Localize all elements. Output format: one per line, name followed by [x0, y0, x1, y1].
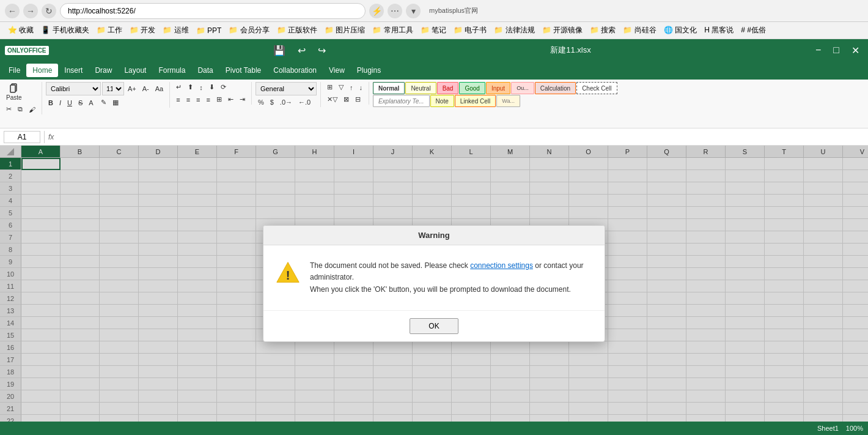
bookmark-img[interactable]: 📁 图片压缩: [322, 24, 368, 37]
font-size-increase[interactable]: A+: [125, 84, 139, 94]
text-direction-button[interactable]: ⟳: [218, 82, 229, 92]
font-size-decrease[interactable]: A-: [140, 84, 152, 94]
formula-input[interactable]: [56, 132, 864, 143]
paste-button[interactable]: Paste: [4, 82, 24, 102]
strikethrough-button[interactable]: S: [76, 98, 85, 108]
table-format-button[interactable]: ⊟: [353, 94, 363, 105]
bookmark-star[interactable]: ⭐ 收藏: [5, 24, 37, 37]
merge-button[interactable]: ⊞: [214, 94, 224, 105]
wrap-text-button[interactable]: ↵: [174, 82, 184, 92]
bookmark-tools[interactable]: 📁 常用工具: [369, 24, 416, 37]
input-style-btn[interactable]: Input: [486, 82, 510, 94]
menu-view[interactable]: View: [323, 64, 351, 77]
clear-filter-button[interactable]: ✕▽: [325, 94, 340, 105]
close-button[interactable]: ✕: [848, 43, 863, 58]
menu-layout[interactable]: Layout: [118, 64, 152, 77]
font-color-button[interactable]: A: [86, 98, 97, 108]
bookmark-search[interactable]: 📁 搜索: [587, 24, 619, 37]
underline-button[interactable]: U: [65, 98, 75, 108]
filter-button[interactable]: ▽: [336, 82, 346, 92]
url-bar[interactable]: [60, 3, 366, 19]
align-center-button[interactable]: ≡: [184, 95, 193, 105]
menu-insert[interactable]: Insert: [58, 64, 89, 77]
connection-settings-link[interactable]: connection settings: [470, 261, 533, 270]
border-button[interactable]: ▦: [110, 97, 121, 108]
bold-button[interactable]: B: [46, 98, 56, 108]
sort-desc-button[interactable]: ↓: [356, 83, 365, 92]
bookmark-guowen[interactable]: 🌐 国文化: [661, 24, 700, 37]
neutral-style-btn[interactable]: Neutral: [405, 82, 436, 94]
align-bottom-button[interactable]: ⬇: [207, 82, 217, 92]
bookmark-software[interactable]: 📁 正版软件: [274, 24, 320, 37]
dialog-ok-button[interactable]: OK: [410, 318, 458, 334]
decimal-increase[interactable]: .0→: [278, 97, 295, 107]
conditional-format-button[interactable]: ⊠: [341, 94, 351, 105]
highlight-button[interactable]: ✎: [98, 97, 109, 108]
normal-style-btn[interactable]: Normal: [373, 82, 405, 94]
currency-button[interactable]: $: [268, 97, 276, 107]
menu-file[interactable]: File: [2, 64, 26, 77]
bookmark-ppt[interactable]: 📁 PPT: [193, 25, 225, 36]
check-cell-style-btn[interactable]: Check Cell: [576, 82, 617, 94]
menu-formula[interactable]: Formula: [152, 64, 191, 77]
number-format-select[interactable]: General Number Currency Date Text: [256, 82, 317, 95]
bookmark-law[interactable]: 📁 法律法规: [491, 24, 537, 37]
bookmark-atguigu[interactable]: 📁 尚硅谷: [620, 24, 659, 37]
menu-collab[interactable]: Collaboration: [267, 64, 323, 77]
bookmark-work[interactable]: 📁 工作: [94, 24, 125, 37]
bookmark-lowq[interactable]: # #低俗: [738, 24, 769, 37]
linked-cell-style-btn[interactable]: Linked Cell: [455, 95, 496, 107]
format-painter-button[interactable]: 🖌: [26, 105, 38, 114]
cell-reference[interactable]: [4, 131, 40, 143]
bookmark-vip[interactable]: 📁 会员分享: [226, 24, 272, 37]
number-row2: % $ .0→ ←.0: [256, 97, 313, 107]
align-left-button[interactable]: ≡: [174, 95, 182, 105]
font-case-button[interactable]: Aa: [153, 84, 166, 94]
bookmark-ebook[interactable]: 📁 电子书: [451, 24, 490, 37]
undo-button[interactable]: ↩: [294, 43, 309, 58]
bookmark-mobile[interactable]: 📱 手机收藏夹: [38, 24, 92, 37]
back-button[interactable]: ←: [5, 4, 20, 18]
redo-button[interactable]: ↪: [314, 43, 329, 58]
align-middle-button[interactable]: ↕: [197, 83, 205, 92]
align-right-button[interactable]: ≡: [194, 95, 202, 105]
bookmark-notes[interactable]: 📁 笔记: [417, 24, 449, 37]
calculation-style-btn[interactable]: Calculation: [535, 82, 576, 94]
align-top-button[interactable]: ⬆: [185, 82, 196, 92]
bookmark-ops[interactable]: 📁 运维: [160, 24, 191, 37]
font-size-select[interactable]: 11: [102, 82, 124, 95]
justify-button[interactable]: ≡: [204, 95, 213, 105]
sort-asc-button[interactable]: ↑: [347, 83, 356, 92]
minimize-button[interactable]: −: [812, 43, 825, 57]
menu-pivot[interactable]: Pivot Table: [219, 64, 267, 77]
explanatory-style-btn[interactable]: Explanatory Te...: [373, 95, 430, 107]
save-button[interactable]: 💾: [270, 43, 289, 58]
table-settings-button[interactable]: ⊞: [325, 82, 335, 92]
bookmark-hacker[interactable]: H 黑客说: [701, 24, 737, 37]
menu-draw[interactable]: Draw: [89, 64, 118, 77]
forward-button[interactable]: →: [23, 4, 38, 18]
extensions-button[interactable]: ⚡: [369, 4, 384, 18]
bookmark-opensource[interactable]: 📁 开源镜像: [539, 24, 586, 37]
refresh-button[interactable]: ↻: [42, 4, 56, 18]
note-style-btn[interactable]: Note: [430, 95, 454, 107]
indent-increase[interactable]: ⇥: [237, 94, 248, 105]
bad-style-btn[interactable]: Bad: [437, 82, 459, 94]
indent-decrease[interactable]: ⇤: [226, 94, 236, 105]
copy-button[interactable]: ⧉: [15, 104, 25, 114]
menu-data[interactable]: Data: [191, 64, 219, 77]
cut-button[interactable]: ✂: [4, 104, 14, 114]
menu-button[interactable]: ⋯: [388, 4, 402, 18]
good-style-btn[interactable]: Good: [459, 82, 485, 94]
font-name-select[interactable]: Calibri: [46, 82, 101, 95]
bookmark-dev[interactable]: 📁 开发: [127, 24, 158, 37]
more-style-btn[interactable]: Ou...: [511, 82, 534, 94]
percent-button[interactable]: %: [256, 97, 267, 107]
italic-button[interactable]: I: [57, 98, 64, 108]
profile-button[interactable]: ▾: [406, 4, 421, 18]
maximize-button[interactable]: □: [829, 43, 843, 57]
warning-style-btn[interactable]: Wa...: [496, 95, 520, 107]
decimal-decrease[interactable]: ←.0: [296, 97, 313, 107]
menu-home[interactable]: Home: [26, 64, 58, 77]
menu-plugins[interactable]: Plugins: [351, 64, 387, 77]
